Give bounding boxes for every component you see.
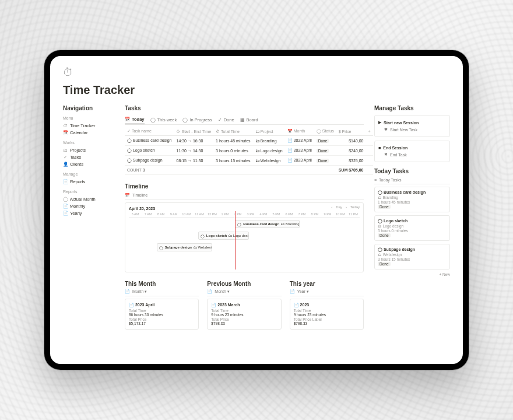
summary-tab[interactable]: 📄Month ▾ — [125, 289, 199, 296]
timeline-date: April 20, 2023 — [129, 206, 360, 211]
col-icon: 📅 — [287, 129, 293, 133]
timeline-tab[interactable]: 📅 Timeline — [125, 193, 364, 200]
col-status[interactable]: ◯Status — [314, 127, 336, 136]
end-session-box: ■ End Session ✖ End Task — [374, 141, 450, 162]
doc-icon: 📄 — [207, 289, 212, 294]
col-task-name[interactable]: ✓Task name — [125, 127, 174, 136]
nav-icon: 📄 — [63, 211, 68, 216]
sidebar-item-time-tracker[interactable]: ⏱Time Tracker — [63, 122, 114, 129]
tab-done[interactable]: ✓Done — [218, 115, 234, 124]
sidebar-item-yearly[interactable]: 📄Yearly — [63, 209, 114, 216]
sidebar-item-actual-month[interactable]: ◯Actual Month — [63, 195, 114, 202]
add-column-icon[interactable]: + — [368, 130, 370, 134]
today-task-card[interactable]: ◯ Logo sketch🗂 Logo design3 hours 0 minu… — [374, 215, 450, 241]
play-icon: ▶ — [378, 120, 381, 125]
nav-icon: 📄 — [63, 179, 68, 184]
nav-icon: 👤 — [63, 162, 68, 167]
summary-tab[interactable]: 📄Month ▾ — [207, 289, 281, 296]
timeline-now-line — [235, 211, 236, 270]
sidebar-item-projects[interactable]: 🗂Projects — [63, 146, 114, 153]
today-task-card[interactable]: ◯ Business card design🗂 Branding1 hours … — [374, 187, 450, 212]
timeline-bar[interactable]: ◯ Logo sketch 🗂 Logo design 3 hours 0 mi… — [198, 232, 249, 240]
summary-heading: This year — [290, 281, 364, 287]
col-icon: ✓ — [127, 129, 131, 133]
table-summary-row: COUNT 3SUM $705,00 — [125, 166, 373, 175]
table-row[interactable]: ◯ Logo sketch11:30 → 14:303 hours 0 minu… — [125, 146, 373, 156]
tab-today[interactable]: 📅Today — [125, 115, 145, 124]
sidebar-heading: Navigation — [63, 105, 114, 111]
start-session-button[interactable]: ▶ Start new Session — [378, 119, 446, 126]
tab-icon: 📅 — [125, 117, 130, 122]
summary-col: This Month📄Month ▾📄 2023 AprilTotal Time… — [125, 281, 199, 330]
summary-card[interactable]: 📄 2023 MarchTotal Time9 hours 23 minutes… — [207, 299, 281, 330]
stopwatch-icon: ⏱ — [63, 66, 450, 79]
timeline-bar[interactable]: ◯ Business card design 🗂 Branding 1 hour… — [235, 220, 300, 228]
tasks-tabs: 📅Today◯This week◯In Progress✓Done▦Board — [125, 115, 364, 125]
start-new-task-button[interactable]: ✱ Start New Task — [384, 126, 446, 133]
tab-icon: ◯ — [182, 117, 188, 123]
sidebar-group-label: Manage — [63, 172, 114, 176]
col-start---end-time[interactable]: ⏲Start - End Time — [174, 127, 213, 136]
doc-icon: 📄 — [290, 289, 295, 294]
timeline-next[interactable]: › — [346, 205, 347, 209]
sidebar-item-clients[interactable]: 👤Clients — [63, 160, 114, 167]
sidebar-item-calendar[interactable]: 📅Calendar — [63, 129, 114, 136]
calendar-icon: 📅 — [125, 193, 130, 198]
summary-card[interactable]: 📄 2023 AprilTotal Time86 hours 30 minute… — [125, 299, 199, 330]
summary-row: This Month📄Month ▾📄 2023 AprilTotal Time… — [125, 281, 364, 330]
timeline-scope[interactable]: Day — [336, 205, 342, 209]
sidebar: Navigation Menu⏱Time Tracker📅CalendarWor… — [63, 105, 114, 330]
today-tasks-heading: Today Tasks — [374, 168, 450, 174]
timeline-heading: Timeline — [125, 183, 364, 190]
col-icon: ◯ — [317, 129, 321, 133]
timeline-bar[interactable]: ◯ Subpage design 🗂 Webdesign 3 hours 15 … — [157, 243, 212, 251]
timeline-row: ◯ Subpage design 🗂 Webdesign 3 hours 15 … — [129, 243, 360, 253]
tab-board[interactable]: ▦Board — [240, 115, 258, 124]
col-price[interactable]: $Price — [336, 127, 366, 136]
sidebar-group-label: Reports — [63, 190, 114, 194]
table-row[interactable]: ◯ Business card design14:30 → 16:301 hou… — [125, 136, 373, 146]
today-tasks-tab[interactable]: ≡ Today Tasks — [374, 178, 450, 184]
col-project[interactable]: 🗂Project — [253, 127, 285, 136]
sidebar-group-label: Menu — [63, 116, 114, 120]
timeline-row: ◯ Logo sketch 🗂 Logo design 3 hours 0 mi… — [129, 232, 360, 241]
new-task-link[interactable]: + New — [374, 272, 450, 276]
stop-icon: ■ — [378, 146, 381, 150]
page-title: Time Tracker — [63, 83, 450, 97]
tab-this-week[interactable]: ◯This week — [150, 115, 177, 124]
sidebar-item-tasks[interactable]: ✓Tasks — [63, 153, 114, 160]
timeline-today[interactable]: Today — [350, 205, 360, 209]
tab-icon: ▦ — [240, 117, 245, 123]
tasks-heading: Tasks — [125, 105, 364, 111]
right-column: Manage Tasks ▶ Start new Session ✱ Start… — [374, 105, 450, 330]
summary-tab[interactable]: 📄Year ▾ — [290, 289, 364, 296]
col-icon: $ — [339, 130, 341, 134]
sidebar-item-reports[interactable]: 📄Reports — [63, 178, 114, 185]
end-session-button[interactable]: ■ End Session — [378, 145, 446, 151]
col-month[interactable]: 📅Month — [285, 127, 314, 136]
table-row[interactable]: ◯ Subpage design08:15 → 11:303 hours 15 … — [125, 156, 373, 166]
sparkle-icon: ✱ — [384, 127, 388, 132]
start-session-box: ▶ Start new Session ✱ Start New Task — [374, 115, 450, 137]
tab-in-progress[interactable]: ◯In Progress — [182, 115, 212, 124]
sidebar-item-monthly[interactable]: 📄Monthly — [63, 202, 114, 209]
x-icon: ✖ — [384, 152, 388, 157]
col-icon: 🗂 — [255, 130, 259, 134]
summary-card[interactable]: 📄 2023Total Time9 hours 23 minutesTotal … — [290, 299, 364, 330]
nav-icon: ⏱ — [63, 123, 68, 128]
timeline-view[interactable]: ‹ Day › Today April 20, 2023 6 AM7 AM8 A… — [125, 202, 364, 272]
today-task-card[interactable]: ◯ Subpage design🗂 Webdesign3 hours 15 mi… — [374, 244, 450, 270]
nav-icon: 🗂 — [63, 148, 68, 153]
timeline-controls: ‹ Day › Today — [331, 205, 360, 209]
summary-heading: This Month — [125, 281, 199, 287]
end-task-button[interactable]: ✖ End Task — [384, 151, 446, 158]
col-total-time[interactable]: ⏱Total Time — [213, 127, 253, 136]
nav-icon: ◯ — [63, 197, 68, 202]
timeline-scale: 6 AM7 AM8 AM9 AM10 AM11 AM12 PM1 PM2 PM3… — [129, 212, 360, 218]
manage-heading: Manage Tasks — [374, 105, 450, 111]
main-column: Tasks 📅Today◯This week◯In Progress✓Done▦… — [125, 105, 364, 330]
tab-icon: ✓ — [218, 117, 222, 123]
doc-icon: 📄 — [125, 289, 130, 294]
timeline-prev[interactable]: ‹ — [331, 205, 332, 209]
tasks-table: ✓Task name⏲Start - End Time⏱Total Time🗂P… — [125, 127, 373, 175]
